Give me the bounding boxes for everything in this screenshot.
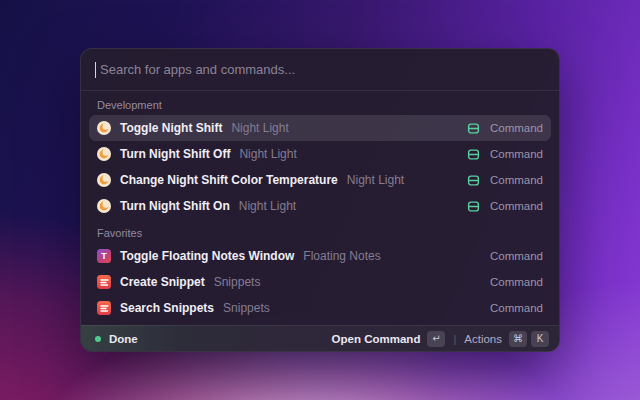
search-bar[interactable] (81, 49, 559, 91)
snippets-icon (97, 301, 111, 315)
list-item-toggle-floating-notes-window[interactable]: T Toggle Floating Notes Window Floating … (89, 243, 551, 269)
item-subtitle: Night Light (347, 173, 404, 187)
item-type-label: Command (490, 276, 543, 288)
raycast-launcher-window: Development Toggle Night Shift Night Lig… (80, 48, 560, 352)
section-header-development: Development (89, 91, 551, 115)
list-item-turn-night-shift-on[interactable]: Turn Night Shift On Night Light Command (89, 193, 551, 219)
item-subtitle: Night Light (239, 199, 296, 213)
cmd-key-badge: ⌘ (509, 331, 527, 347)
item-type-label: Command (490, 302, 543, 314)
item-type-label: Command (490, 250, 543, 262)
night-light-extension-icon (467, 148, 480, 161)
list-item-turn-night-shift-off[interactable]: Turn Night Shift Off Night Light Command (89, 141, 551, 167)
night-light-extension-icon (467, 200, 480, 213)
item-subtitle: Night Light (231, 121, 288, 135)
desktop-wallpaper: Development Toggle Night Shift Night Lig… (0, 0, 640, 400)
list-item-create-snippet[interactable]: Create Snippet Snippets Command (89, 269, 551, 295)
item-title: Turn Night Shift Off (120, 147, 230, 161)
item-subtitle: Night Light (239, 147, 296, 161)
item-subtitle: Snippets (223, 301, 270, 315)
list-item-change-night-shift-color-temperature[interactable]: Change Night Shift Color Temperature Nig… (89, 167, 551, 193)
item-type-label: Command (490, 122, 543, 134)
item-subtitle: Floating Notes (303, 249, 380, 263)
night-light-icon (97, 121, 111, 135)
open-command-button[interactable]: Open Command (332, 333, 421, 345)
text-caret (95, 62, 96, 78)
command-list: Development Toggle Night Shift Night Lig… (81, 91, 559, 347)
item-title: Create Snippet (120, 275, 205, 289)
section-header-favorites: Favorites (89, 219, 551, 243)
list-item-search-snippets[interactable]: Search Snippets Snippets Command (89, 295, 551, 321)
k-key-badge: K (531, 331, 549, 347)
night-light-extension-icon (467, 174, 480, 187)
search-input[interactable] (98, 61, 545, 78)
return-key-badge: ↵ (427, 331, 445, 347)
floating-notes-icon: T (97, 249, 111, 263)
item-subtitle: Snippets (214, 275, 261, 289)
item-title: Toggle Floating Notes Window (120, 249, 294, 263)
night-light-extension-icon (467, 122, 480, 135)
snippets-icon (97, 275, 111, 289)
item-title: Toggle Night Shift (120, 121, 222, 135)
night-light-icon (97, 199, 111, 213)
list-item-toggle-night-shift[interactable]: Toggle Night Shift Night Light Command (89, 115, 551, 141)
item-title: Search Snippets (120, 301, 214, 315)
item-type-label: Command (490, 174, 543, 186)
item-title: Turn Night Shift On (120, 199, 230, 213)
item-type-label: Command (490, 200, 543, 212)
actions-button[interactable]: Actions (464, 333, 502, 345)
night-light-icon (97, 173, 111, 187)
status-bar: Done Open Command ↵ | Actions ⌘ K (81, 325, 559, 351)
item-type-label: Command (490, 148, 543, 160)
status-dot (95, 336, 101, 342)
night-light-icon (97, 147, 111, 161)
status-text: Done (109, 333, 138, 345)
item-title: Change Night Shift Color Temperature (120, 173, 338, 187)
footer-separator: | (453, 333, 456, 345)
